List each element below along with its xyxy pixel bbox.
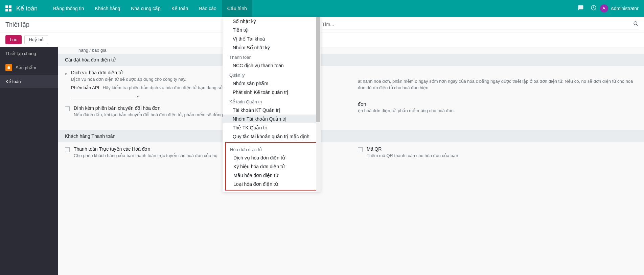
- field-label: Mã QR: [367, 146, 637, 152]
- menu-item[interactable]: Mẫu hóa đơn điện tử: [226, 171, 317, 180]
- nav-vendors[interactable]: Nhà cung cấp: [125, 0, 166, 17]
- search-input[interactable]: [322, 22, 633, 27]
- breadcrumb-bar: Thiết lập: [0, 17, 644, 32]
- sidebar-item-label: Thiết lập chung: [5, 51, 36, 56]
- menu-item[interactable]: Nhóm sản phẩm: [223, 79, 321, 88]
- discard-button[interactable]: Huỷ bỏ: [24, 35, 48, 44]
- nav-configuration[interactable]: Cấu hình: [222, 0, 252, 17]
- checkbox[interactable]: [65, 106, 70, 111]
- menu-item[interactable]: Phát sinh Kế toán quản trị: [223, 88, 321, 97]
- save-button[interactable]: Lưu: [5, 35, 22, 44]
- search-icon[interactable]: [633, 21, 639, 28]
- svg-point-1: [634, 22, 637, 25]
- field-desc: ện hoá đơn điện tử, phần mềm ứng cho hoá…: [358, 107, 637, 114]
- menu-item[interactable]: Nhóm Sổ nhật ký: [223, 43, 321, 52]
- nav-dashboard[interactable]: Bảng thông tin: [48, 0, 90, 17]
- menu-item[interactable]: Sổ nhật ký: [223, 17, 321, 26]
- caret-down-icon: ▾: [137, 95, 139, 98]
- field-sublabel: Phiên bản API: [71, 85, 99, 90]
- section-einvoice-header: Cài đặt hóa đơn điện tử: [58, 54, 644, 66]
- nav-customers[interactable]: Khách hàng: [90, 0, 126, 17]
- sidebar-item-products[interactable]: Sản phẩm: [0, 60, 58, 75]
- menu-header: Hóa đơn điện tử: [226, 144, 317, 153]
- field-label: đơn: [358, 101, 637, 107]
- menu-item[interactable]: Quy tắc tài khoản quản trị mặc định: [223, 132, 321, 141]
- avatar: A: [600, 4, 608, 12]
- menu-item[interactable]: Tiền tệ: [223, 26, 321, 34]
- user-name: Administrator: [611, 6, 639, 11]
- menu-item[interactable]: Loại hóa đơn điện tử: [226, 180, 317, 189]
- partial-text: át hành hoá đơn, phần mềm ó ngày sớm hơn…: [358, 78, 637, 91]
- main-nav: Bảng thông tin Khách hàng Nhà cung cấp K…: [48, 0, 252, 17]
- chat-icon[interactable]: [578, 5, 584, 12]
- menu-item[interactable]: Dịch vụ hóa đơn điện tử: [226, 153, 317, 162]
- menu-item[interactable]: NCC dịch vụ thanh toán: [223, 61, 321, 70]
- apps-icon[interactable]: [5, 5, 12, 11]
- sidebar-item-accounting[interactable]: Kế toán: [0, 75, 58, 88]
- sidebar-item-label: Sản phẩm: [16, 65, 36, 70]
- highlighted-group: Hóa đơn điện tử Dịch vụ hóa đơn điện tử …: [225, 142, 318, 191]
- action-bar: Lưu Huỷ bỏ: [0, 32, 644, 47]
- activity-icon[interactable]: [591, 5, 597, 12]
- section-customer-payment-header: Khách hàng Thanh toán: [58, 130, 644, 142]
- user-menu[interactable]: A Administrator: [600, 4, 639, 12]
- menu-header: Thanh toán: [223, 52, 321, 61]
- scrollbar[interactable]: [316, 17, 321, 192]
- menu-item[interactable]: Nhóm Tài khoản Quản trị: [223, 115, 321, 123]
- settings-sidebar: Thiết lập chung Sản phẩm Kế toán: [0, 47, 58, 275]
- menu-header: Kế toán Quản trị: [223, 97, 321, 106]
- menu-item[interactable]: Vị thế Tài khoá: [223, 34, 321, 43]
- config-dropdown: Sổ nhật ký Tiền tệ Vị thế Tài khoá Nhóm …: [223, 17, 321, 192]
- chevron-down-icon[interactable]: ▾: [65, 72, 67, 76]
- sidebar-item-label: Kế toán: [5, 79, 21, 84]
- truncated-text: hàng / báo giá: [58, 47, 644, 54]
- field-desc: Thêm mã QR thanh toán cho hóa đơn của bạ…: [367, 152, 637, 159]
- api-version-select[interactable]: ▾: [71, 93, 139, 100]
- menu-item[interactable]: Tài khoản KT Quản trị: [223, 106, 321, 115]
- menu-item[interactable]: Ký hiệu hóa đơn điện tử: [226, 162, 317, 171]
- nav-accounting[interactable]: Kế toán: [166, 0, 193, 17]
- menu-header: Quản lý: [223, 70, 321, 79]
- search-box[interactable]: [322, 20, 639, 29]
- product-icon: [5, 64, 12, 71]
- nav-reports[interactable]: Báo cáo: [193, 0, 222, 17]
- checkbox[interactable]: [358, 147, 363, 152]
- top-navbar: Kế toán Bảng thông tin Khách hàng Nhà cu…: [0, 0, 644, 17]
- settings-content: hàng / báo giá Cài đặt hóa đơn điện tử ▾…: [58, 47, 644, 275]
- sidebar-item-general[interactable]: Thiết lập chung: [0, 47, 58, 60]
- app-name: Kế toán: [16, 5, 38, 12]
- checkbox[interactable]: [65, 147, 70, 152]
- menu-item[interactable]: Thẻ TK Quản trị: [223, 123, 321, 132]
- scrollbar-thumb[interactable]: [316, 17, 320, 122]
- field-qr-code: Mã QR Thêm mã QR thanh toán cho hóa đơn …: [358, 146, 637, 159]
